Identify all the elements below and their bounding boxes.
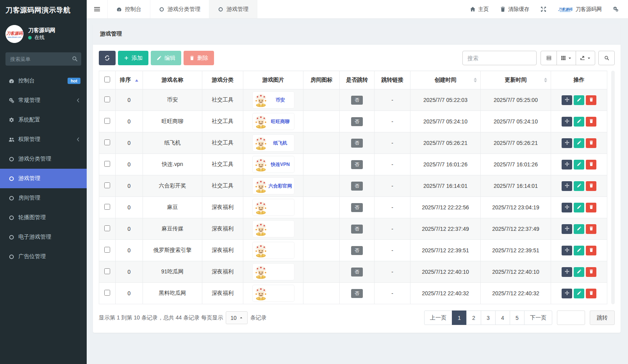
move-button[interactable] (562, 117, 572, 127)
edit-row-button[interactable] (574, 95, 584, 105)
page-size-value: 10 (230, 315, 237, 321)
page-size-dropdown[interactable]: 10 (226, 311, 248, 324)
sidebar-item-电子游戏管理[interactable]: 电子游戏管理 (0, 227, 87, 247)
page-button-4[interactable]: 4 (495, 310, 510, 325)
delete-row-button[interactable] (586, 117, 596, 127)
edit-button[interactable]: 编辑 (151, 51, 181, 65)
table-header-cell[interactable]: 是否跳转 (340, 71, 375, 89)
page-jump-input[interactable] (557, 310, 585, 325)
table-header-cell[interactable]: 房间图标 (303, 71, 340, 89)
row-checkbox[interactable] (104, 268, 110, 274)
delete-row-button[interactable] (586, 160, 596, 170)
row-checkbox[interactable] (104, 204, 110, 210)
table-header-cell[interactable]: 游戏图片 (243, 71, 303, 89)
move-button[interactable] (562, 246, 572, 255)
delete-row-button[interactable] (586, 138, 596, 148)
row-checkbox[interactable] (104, 118, 110, 124)
table-header-cell[interactable]: 创建时间 (410, 71, 481, 89)
row-created-time: 2025/7/12 22:22:56 (410, 197, 481, 218)
topbar-tab[interactable]: 游戏分类管理 (150, 0, 209, 18)
row-checkbox[interactable] (104, 290, 110, 296)
topbar-tab[interactable]: 游戏管理 (209, 0, 257, 18)
row-checkbox[interactable] (104, 182, 110, 188)
delete-row-button[interactable] (586, 246, 596, 255)
page-button-上一页[interactable]: 上一页 (424, 310, 452, 325)
move-button[interactable] (562, 160, 572, 170)
row-checkbox[interactable] (104, 225, 110, 231)
row-checkbox[interactable] (104, 139, 110, 145)
move-button[interactable] (562, 224, 572, 234)
table-header-cell[interactable]: 操作 (551, 71, 607, 89)
export-button[interactable] (576, 51, 595, 65)
clear-cache-link[interactable]: 清除缓存 (494, 0, 535, 18)
page-button-2[interactable]: 2 (466, 310, 481, 325)
table-header-cell[interactable]: 游戏分类 (202, 71, 243, 89)
delete-row-button[interactable] (586, 224, 596, 234)
edit-row-button[interactable] (574, 138, 584, 148)
toggle-view-button[interactable] (541, 51, 557, 65)
table-row: 0 麻豆传媒 深夜福利 否 - 2025/7/12 22:37:49 2025/… (99, 218, 607, 240)
move-button[interactable] (562, 95, 572, 105)
delete-row-button[interactable] (586, 267, 596, 277)
sidebar-search-input[interactable] (5, 52, 81, 66)
edit-row-button[interactable] (574, 246, 584, 255)
menu-toggle-icon[interactable] (87, 0, 107, 18)
row-checkbox[interactable] (104, 247, 110, 253)
table-header-cell[interactable]: 更新时间 (481, 71, 551, 89)
add-button[interactable]: 添加 (118, 51, 148, 65)
delete-row-button[interactable] (586, 181, 596, 191)
sidebar-item-控制台[interactable]: 控制台 hot (0, 71, 87, 91)
search-toggle-button[interactable] (598, 51, 615, 65)
edit-row-button[interactable] (574, 289, 584, 298)
sidebar-item-游戏管理[interactable]: 游戏管理 (0, 169, 87, 188)
edit-row-button[interactable] (574, 181, 584, 191)
edit-row-button[interactable] (574, 117, 584, 127)
move-button[interactable] (562, 203, 572, 212)
fullscreen-button[interactable] (535, 0, 552, 18)
site-brand[interactable]: 刀客源码 刀客源码网 (552, 0, 608, 18)
row-checkbox[interactable] (104, 96, 110, 102)
sidebar-item-常规管理[interactable]: 常规管理 (0, 91, 87, 110)
sidebar-item-广告位管理[interactable]: 广告位管理 (0, 247, 87, 266)
table-search-input[interactable] (462, 51, 537, 65)
row-room-icon (303, 240, 340, 261)
delete-button[interactable]: 删除 (184, 51, 214, 65)
move-button[interactable] (562, 181, 572, 191)
settings-button[interactable] (607, 0, 624, 18)
row-created-time: 2025/7/12 22:39:51 (410, 240, 481, 261)
row-checkbox[interactable] (104, 161, 110, 167)
edit-row-button[interactable] (574, 267, 584, 277)
delete-row-button[interactable] (586, 203, 596, 212)
move-button[interactable] (562, 267, 572, 277)
sidebar-item-房间管理[interactable]: 房间管理 (0, 188, 87, 208)
sidebar-item-轮播图管理[interactable]: 轮播图管理 (0, 208, 87, 227)
topbar-tab[interactable]: 控制台 (107, 0, 150, 18)
table-header-cell[interactable]: 跳转链接 (375, 71, 410, 89)
page-button-3[interactable]: 3 (481, 310, 496, 325)
table-row: 0 快连.vpn 社交工具 快连VPN 否 - 2025/7/7 16:01:2… (99, 154, 607, 175)
table-header-cell[interactable]: 游戏名称 (143, 71, 202, 89)
edit-row-button[interactable] (574, 160, 584, 170)
select-all-checkbox[interactable] (104, 77, 110, 82)
columns-button[interactable] (557, 51, 576, 65)
table-scrollbar[interactable] (611, 71, 615, 304)
games-table: 排序 游戏名称 游戏分类 游戏图片 房间图标 是否跳转 跳转链接 创建时间 更新… (99, 71, 607, 304)
page-jump-button[interactable]: 跳转 (590, 310, 615, 325)
move-button[interactable] (562, 289, 572, 298)
sidebar-item-权限管理[interactable]: 权限管理 (0, 130, 87, 149)
delete-row-button[interactable] (586, 289, 596, 298)
row-updated-time: 2025/7/12 22:40:32 (481, 283, 551, 304)
page-button-下一页[interactable]: 下一页 (524, 310, 552, 325)
page-button-1[interactable]: 1 (452, 310, 467, 325)
page-button-5[interactable]: 5 (510, 310, 525, 325)
edit-row-button[interactable] (574, 224, 584, 234)
sidebar-item-游戏分类管理[interactable]: 游戏分类管理 (0, 149, 87, 169)
table-header-cell[interactable]: 排序 (116, 71, 143, 89)
sidebar-item-系统配置[interactable]: 系统配置 (0, 110, 87, 130)
delete-row-button[interactable] (586, 95, 596, 105)
refresh-button[interactable] (99, 51, 116, 65)
home-link[interactable]: 主页 (464, 0, 494, 18)
search-icon[interactable] (72, 56, 78, 62)
move-button[interactable] (562, 138, 572, 148)
edit-row-button[interactable] (574, 203, 584, 212)
